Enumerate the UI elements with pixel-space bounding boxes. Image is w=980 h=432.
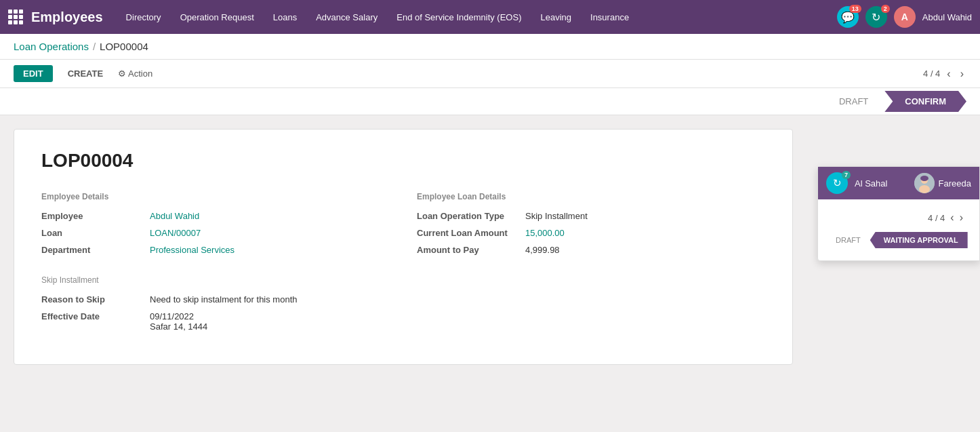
reason-label: Reason to Skip (41, 294, 150, 305)
status-draft[interactable]: DRAFT (823, 91, 884, 112)
edit-button[interactable]: EDIT (14, 65, 53, 82)
operation-type-label: Loan Operation Type (417, 211, 525, 221)
navbar-menu: Directory Operation Request Loans Advanc… (117, 0, 834, 34)
action-button[interactable]: ⚙ Action (118, 68, 152, 79)
messages-icon-btn[interactable]: 💬 13 (837, 6, 859, 28)
popup-status-waiting[interactable]: WAITING APPROVAL (870, 232, 968, 248)
loan-details-section: Employee Loan Details Loan Operation Typ… (417, 192, 765, 262)
popup-user2[interactable]: Fareeda (914, 173, 971, 193)
field-row-employee: Employee Abdul Wahid (41, 211, 390, 221)
next-page-button[interactable]: › (958, 66, 966, 81)
pagination-text: 4 / 4 (923, 68, 940, 79)
employee-details-section: Employee Details Employee Abdul Wahid Lo… (41, 192, 390, 262)
navbar-item-leaving[interactable]: Leaving (531, 0, 581, 34)
current-loan-label: Current Loan Amount (417, 228, 525, 238)
loan-label: Loan (41, 228, 150, 238)
employee-label: Employee (41, 211, 150, 221)
navbar-item-directory[interactable]: Directory (117, 0, 171, 34)
svg-point-2 (919, 185, 930, 193)
field-row-reason: Reason to Skip Need to skip instalment f… (41, 294, 765, 305)
loan-value[interactable]: LOAN/00007 (150, 228, 201, 238)
popup-user2-avatar (914, 173, 935, 193)
popup-user1-name: Al Sahal (855, 178, 887, 189)
popup-badge: 7 (842, 171, 851, 179)
field-row-operation-type: Loan Operation Type Skip Installment (417, 211, 765, 221)
pagination: 4 / 4 ‹ › (923, 66, 966, 81)
messages-badge: 13 (849, 5, 861, 13)
popup-refresh-icon[interactable]: ↻ 7 (826, 172, 848, 194)
popup-pagination-text: 4 / 4 (928, 213, 945, 223)
username[interactable]: Abdul Wahid (922, 12, 972, 22)
popup-next-btn[interactable]: › (960, 212, 963, 224)
popup-status-bar: DRAFT WAITING APPROVAL (826, 228, 971, 252)
skip-section: Skip Installment Reason to Skip Need to … (41, 275, 765, 332)
field-row-department: Department Professional Services (41, 245, 390, 255)
avatar[interactable]: A (894, 6, 916, 28)
amount-to-pay-value: 4,999.98 (525, 245, 560, 255)
toolbar: EDIT CREATE ⚙ Action 4 / 4 ‹ › (0, 60, 980, 88)
reason-value: Need to skip instalment for this month (150, 294, 298, 305)
svg-point-3 (920, 176, 928, 181)
loan-details-label: Employee Loan Details (417, 192, 765, 201)
breadcrumb-current: LOP00004 (100, 41, 148, 52)
department-label: Department (41, 245, 150, 255)
record-id: LOP00004 (41, 150, 765, 172)
popup-user2-name: Fareeda (939, 178, 971, 189)
navbar-brand[interactable]: Employees (31, 9, 103, 25)
department-value[interactable]: Professional Services (150, 245, 234, 255)
breadcrumb-sep: / (93, 41, 96, 52)
popup-prev-btn[interactable]: ‹ (950, 212, 954, 224)
status-confirm[interactable]: CONFIRM (884, 91, 966, 112)
navbar-item-insurance[interactable]: Insurance (581, 0, 638, 34)
create-button[interactable]: CREATE (58, 65, 113, 82)
floating-popup: ↻ 7 Al Sahal Fareeda 4 / 4 ‹ › (817, 166, 980, 261)
navbar-item-eos[interactable]: End of Service Indemnity (EOS) (387, 0, 531, 34)
skip-section-label: Skip Installment (41, 275, 765, 285)
navbar-item-operation-request[interactable]: Operation Request (171, 0, 264, 34)
breadcrumb: Loan Operations / LOP00004 (0, 34, 980, 60)
field-row-loan: Loan LOAN/00007 (41, 228, 390, 238)
record-card: LOP00004 Employee Details Employee Abdul… (14, 129, 793, 365)
field-row-current-loan: Current Loan Amount 15,000.00 (417, 228, 765, 238)
employee-value[interactable]: Abdul Wahid (150, 211, 199, 221)
navbar: Employees Directory Operation Request Lo… (0, 0, 980, 34)
navbar-item-loans[interactable]: Loans (264, 0, 306, 34)
employee-details-label: Employee Details (41, 192, 390, 201)
current-loan-value[interactable]: 15,000.00 (525, 228, 565, 238)
popup-pagination: 4 / 4 ‹ › (826, 208, 971, 228)
operation-type-value: Skip Installment (525, 211, 588, 221)
status-bar: DRAFT CONFIRM (0, 88, 980, 115)
popup-user1[interactable]: Al Sahal (855, 178, 887, 189)
fields-grid: Employee Details Employee Abdul Wahid Lo… (41, 192, 765, 262)
refresh-icon-btn[interactable]: ↻ 2 (865, 6, 887, 28)
field-row-effective-date: Effective Date 09/11/2022 Safar 14, 1444 (41, 311, 765, 332)
navbar-actions: 💬 13 ↻ 2 A Abdul Wahid (837, 6, 972, 28)
amount-to-pay-label: Amount to Pay (417, 245, 525, 255)
navbar-item-advance-salary[interactable]: Advance Salary (306, 0, 387, 34)
breadcrumb-link[interactable]: Loan Operations (14, 41, 89, 52)
popup-body: 4 / 4 ‹ › DRAFT WAITING APPROVAL (818, 199, 979, 260)
effective-date-label: Effective Date (41, 311, 150, 321)
apps-icon[interactable] (8, 9, 23, 24)
popup-header: ↻ 7 Al Sahal Fareeda (818, 167, 979, 199)
refresh-badge: 2 (881, 5, 890, 13)
prev-page-button[interactable]: ‹ (944, 66, 953, 81)
popup-status-draft[interactable]: DRAFT (826, 232, 870, 248)
field-row-amount-to-pay: Amount to Pay 4,999.98 (417, 245, 765, 255)
effective-date-value: 09/11/2022 Safar 14, 1444 (150, 311, 207, 332)
